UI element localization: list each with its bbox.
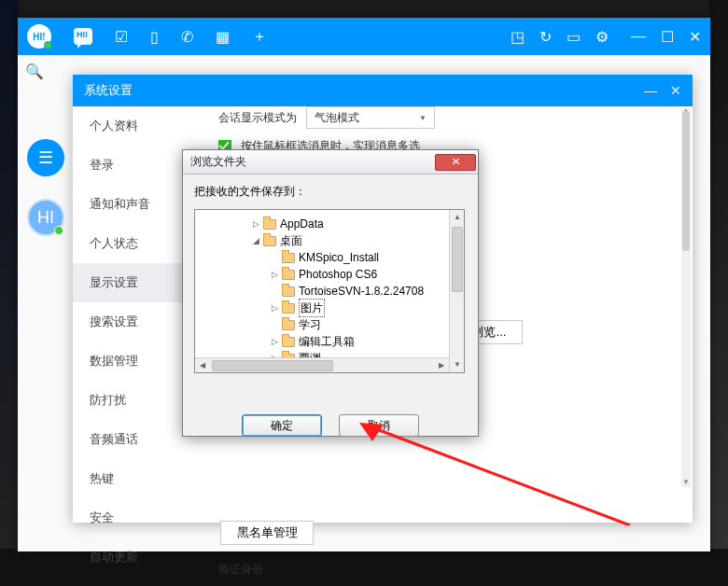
tree-item[interactable]: TortoiseSVN-1.8.2.24708 xyxy=(195,283,464,300)
app-logo[interactable]: HI! xyxy=(27,24,51,49)
search-icon: 🔍 xyxy=(25,63,44,79)
history-icon[interactable]: ↻ xyxy=(539,28,552,46)
browse-dialog-titlebar: 浏览文件夹 ✕ xyxy=(183,150,478,174)
settings-dialog-title: 系统设置 xyxy=(84,82,133,99)
settings-dialog-header: 系统设置 — ✕ xyxy=(73,75,693,106)
tree-item[interactable]: KMSpico_Install xyxy=(195,249,464,266)
phone-icon[interactable]: ✆ xyxy=(181,28,193,46)
tree-item-label: Photoshop CS6 xyxy=(299,266,377,283)
settings-nav-item[interactable]: 登录 xyxy=(73,146,194,185)
tree-expander-icon xyxy=(270,286,280,297)
tree-expander-icon[interactable]: ◢ xyxy=(251,236,261,246)
settings-nav-item[interactable]: 搜索设置 xyxy=(73,302,194,342)
search[interactable]: 🔍 xyxy=(25,63,44,80)
folder-icon xyxy=(263,219,276,230)
tree-item-label: 桌面 xyxy=(280,232,302,249)
tree-item-label: KMSpico_Install xyxy=(299,249,379,266)
contact-avatar-2[interactable]: HI xyxy=(27,199,64,236)
tree-item[interactable]: 学习 xyxy=(195,316,464,333)
folder-tree: ▷AppData◢桌面KMSpico_Install▷Photoshop CS6… xyxy=(194,209,465,373)
titlebar: HI! ☑ ▯ ✆ ▦ ＋ ◳ ↻ ▭ ⚙ — ☐ ✕ xyxy=(18,18,710,55)
settings-icon[interactable]: ⚙ xyxy=(595,28,609,46)
folder-icon xyxy=(263,236,276,246)
settings-nav-item[interactable]: 自动更新 xyxy=(73,537,194,577)
tree-expander-icon[interactable]: ▷ xyxy=(270,303,280,314)
folder-icon xyxy=(282,320,295,330)
settings-nav-item[interactable]: 防打扰 xyxy=(73,381,194,420)
contact-avatar-1[interactable]: ☰ xyxy=(27,139,64,176)
cancel-button[interactable]: 取消 xyxy=(339,414,419,437)
display-mode-select[interactable]: 气泡模式 ▼ xyxy=(306,106,435,129)
chevron-down-icon: ▼ xyxy=(419,114,427,122)
add-icon[interactable]: ＋ xyxy=(252,27,267,47)
settings-nav-item[interactable]: 数据管理 xyxy=(73,342,194,381)
folder-icon xyxy=(282,286,295,297)
bg-left xyxy=(0,0,19,586)
tree-item[interactable]: ▷图片 xyxy=(195,300,464,316)
settings-nav-item[interactable]: 热键 xyxy=(73,459,194,498)
settings-scrollbar[interactable]: ▲ ▼ xyxy=(681,108,691,487)
settings-nav-item[interactable]: 通知和声音 xyxy=(73,185,194,224)
tree-expander-icon[interactable]: ▷ xyxy=(270,270,280,280)
settings-nav-item[interactable]: 个人资料 xyxy=(73,106,194,146)
ok-button[interactable]: 确定 xyxy=(242,414,322,437)
tree-item[interactable]: ▷AppData xyxy=(195,216,464,232)
verify-section-title: 验证身份 xyxy=(218,562,668,578)
settings-minimize-icon[interactable]: — xyxy=(644,83,657,98)
folder-icon[interactable]: ▭ xyxy=(567,28,581,46)
folder-icon xyxy=(282,253,295,263)
maximize-icon[interactable]: ☐ xyxy=(661,28,674,46)
tree-item-label: TortoiseSVN-1.8.2.24708 xyxy=(299,283,424,300)
settings-nav-item[interactable]: 音频通话 xyxy=(73,420,194,459)
screenshot-icon[interactable]: ◳ xyxy=(511,28,525,46)
tree-expander-icon xyxy=(270,253,280,263)
settings-nav-item[interactable]: 个人状态 xyxy=(73,224,194,263)
apps-icon[interactable]: ▦ xyxy=(216,28,230,46)
display-mode-label: 会话显示模式为 xyxy=(218,110,297,126)
browse-dialog-title: 浏览文件夹 xyxy=(190,154,246,170)
contacts-icon[interactable]: ▯ xyxy=(150,28,159,46)
messages-icon[interactable] xyxy=(74,28,92,45)
tree-expander-icon[interactable]: ▷ xyxy=(270,337,280,347)
folder-icon xyxy=(282,337,295,347)
tree-item-label: 图片 xyxy=(299,299,325,317)
blacklist-button[interactable]: 黑名单管理 xyxy=(220,521,314,545)
settings-nav-item[interactable]: 安全 xyxy=(73,498,194,537)
tree-item[interactable]: ▷Photoshop CS6 xyxy=(195,266,464,283)
tree-expander-icon xyxy=(270,320,280,330)
tree-item[interactable]: ▷编辑工具箱 xyxy=(195,333,464,350)
minimize-icon[interactable]: — xyxy=(631,28,646,45)
tree-item-label: 编辑工具箱 xyxy=(299,333,355,350)
settings-close-icon[interactable]: ✕ xyxy=(670,83,681,98)
tree-item[interactable]: ◢桌面 xyxy=(195,232,464,249)
tree-item-label: 学习 xyxy=(299,316,321,333)
bg-right xyxy=(709,0,728,586)
tree-hscroll[interactable]: ◀▶ xyxy=(195,357,449,372)
settings-nav-item[interactable]: 显示设置 xyxy=(73,263,194,302)
close-icon[interactable]: ✕ xyxy=(689,28,701,46)
settings-nav: 个人资料登录通知和声音个人状态显示设置搜索设置数据管理防打扰音频通话热键安全自动… xyxy=(73,106,194,523)
calendar-icon[interactable]: ☑ xyxy=(115,28,128,46)
tree-item-label: AppData xyxy=(280,216,324,232)
tree-vscroll[interactable]: ▲▼ xyxy=(449,210,464,372)
folder-icon xyxy=(282,270,295,280)
recent-contacts: ☰ HI xyxy=(27,139,64,258)
browse-close-button[interactable]: ✕ xyxy=(435,154,476,171)
tree-expander-icon[interactable]: ▷ xyxy=(251,219,261,230)
display-mode-value: 气泡模式 xyxy=(315,110,359,126)
browse-dialog-label: 把接收的文件保存到： xyxy=(183,174,478,209)
browse-folder-dialog: 浏览文件夹 ✕ 把接收的文件保存到： ▷AppData◢桌面KMSpico_In… xyxy=(182,149,479,437)
folder-icon xyxy=(282,303,295,314)
